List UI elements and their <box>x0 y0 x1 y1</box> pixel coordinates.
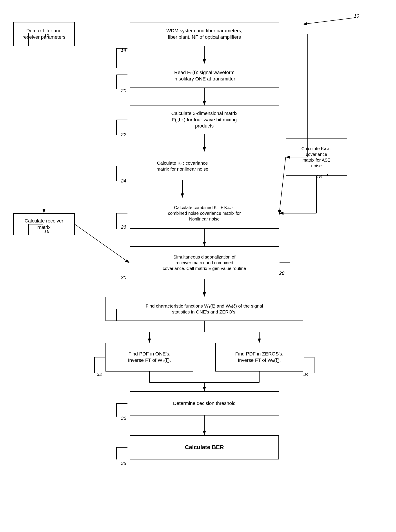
svg-line-7 <box>280 157 286 211</box>
box-wdm: WDM system and fiber parameters, fiber p… <box>130 22 279 46</box>
box-find-pdf-zeros: Find PDF in ZEROS's. Inverse FT of W₀(ξ)… <box>215 343 303 372</box>
ref-14: 14 <box>121 47 126 53</box>
box-calc-combined: Calculate combined Kₙₗ + Kᴀₛᴇ: combined … <box>130 198 279 229</box>
ref-24: 24 <box>121 178 126 184</box>
box-find-pdf-ones: Find PDF in ONE's. Inverse FT of W₁(ξ). <box>105 343 193 372</box>
box-find-char: Find characteristic functions W₁(ξ) and … <box>105 297 303 321</box>
box-calc-3d: Calculate 3-dimensional matrix F(j,l,k) … <box>130 105 279 134</box>
box-simultaneous: Simultaneous diagonalization of receiver… <box>130 246 279 279</box>
box-calc-kase: Calculate Kᴀₛᴇ: covariance matrix for AS… <box>286 139 347 176</box>
box-calc-knl: Calculate Kₙₗ: covariance matrix for non… <box>130 152 235 180</box>
ref-28: 28 <box>279 270 284 276</box>
diagram-container: 10 WDM system and fiber parameters, fibe… <box>0 0 396 532</box>
svg-line-14 <box>75 224 129 263</box>
ref-32: 32 <box>97 372 102 377</box>
ref-30: 30 <box>121 275 126 281</box>
ref-20: 20 <box>121 88 126 94</box>
ref-10: 10 <box>354 13 359 19</box>
svg-line-2 <box>303 18 356 24</box>
ref-38: 38 <box>121 461 126 466</box>
ref-22: 22 <box>121 132 126 138</box>
box-determine: Determine decision threshold <box>130 391 279 415</box>
box-calculate-ber: Calculate BER <box>130 435 279 459</box>
ref-26: 26 <box>121 224 126 230</box>
ref-18: 18 <box>316 174 322 179</box>
ref-34: 34 <box>303 372 309 377</box>
ref-12: 12 <box>44 33 49 39</box>
ref-16: 16 <box>44 229 49 234</box>
ref-36: 36 <box>121 415 126 421</box>
box-read-e0: Read E₀(t): signal waveform in solitary … <box>130 64 279 88</box>
